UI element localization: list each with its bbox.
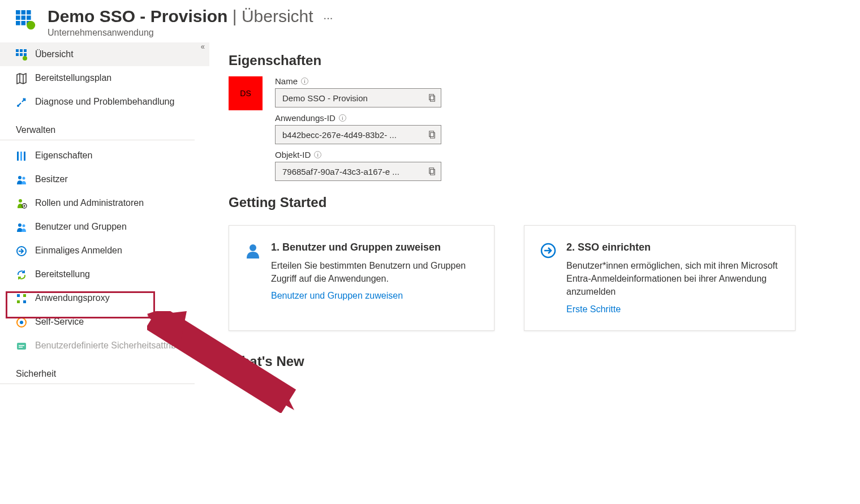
sidebar-item-diagnose[interactable]: Diagnose und Problembehandlung xyxy=(0,90,209,114)
svg-rect-44 xyxy=(429,131,434,137)
svg-rect-5 xyxy=(27,16,31,20)
svg-rect-45 xyxy=(431,170,435,175)
svg-rect-35 xyxy=(17,343,26,350)
svg-rect-13 xyxy=(16,53,19,56)
svg-rect-1 xyxy=(22,10,26,15)
page-header: Demo SSO - Provision | Übersicht Unterne… xyxy=(0,0,860,42)
sidebar-item-provisioning-plan[interactable]: Bereitstellungsplan xyxy=(0,66,209,90)
sidebar-item-label: Benutzerdefinierte Sicherheitsattribute xyxy=(35,339,188,352)
svg-rect-29 xyxy=(17,294,20,297)
svg-rect-2 xyxy=(27,10,31,15)
signin-icon xyxy=(16,245,27,257)
sidebar-item-label: Bereitstellung xyxy=(35,268,90,281)
page-title: Demo SSO - Provision | Übersicht xyxy=(48,7,313,25)
user-icon xyxy=(245,243,261,259)
svg-point-21 xyxy=(18,176,22,179)
sidebar-item-label: Rollen und Administratoren xyxy=(35,197,144,209)
svg-rect-20 xyxy=(24,152,25,161)
svg-rect-0 xyxy=(16,10,20,15)
sidebar-item-roles-admins[interactable]: Rollen und Administratoren xyxy=(0,191,209,215)
main-content: Eigenschaften DS Namei Demo SSO - Provis… xyxy=(209,42,860,387)
svg-point-17 xyxy=(17,105,19,107)
appid-value: b442becc-267e-4d49-83b2- ... xyxy=(282,130,397,140)
svg-point-16 xyxy=(23,56,27,61)
svg-rect-43 xyxy=(431,133,435,139)
svg-rect-30 xyxy=(23,294,26,297)
svg-rect-46 xyxy=(429,168,434,174)
card-setup-sso: 2. SSO einrichten Benutzer*innen ermögli… xyxy=(524,225,796,331)
card-description: Erteilen Sie bestimmten Benutzern und Gr… xyxy=(271,259,477,285)
svg-rect-14 xyxy=(20,53,23,56)
sidebar-item-label: Einmaliges Anmelden xyxy=(35,244,122,257)
proxy-icon xyxy=(16,293,27,304)
card-description: Benutzer*innen ermöglichen, sich mit ihr… xyxy=(566,259,778,299)
admin-icon xyxy=(16,198,27,209)
sidebar-item-users-groups[interactable]: Benutzer und Gruppen xyxy=(0,215,209,239)
sidebar-item-label: Übersicht xyxy=(35,48,74,61)
sidebar-item-label: Besitzer xyxy=(35,173,68,186)
grid-icon xyxy=(16,49,27,61)
signin-icon xyxy=(540,243,556,259)
sidebar-item-selfservice[interactable]: Self-Service xyxy=(0,310,209,334)
svg-point-26 xyxy=(18,223,22,227)
label-objid: Objekt-IDi xyxy=(275,150,441,160)
info-icon[interactable]: i xyxy=(339,114,346,122)
info-icon[interactable]: i xyxy=(301,77,308,85)
label-appid: Anwendungs-IDi xyxy=(275,113,441,123)
svg-rect-18 xyxy=(17,152,19,161)
page-title-section: Übersicht xyxy=(242,7,313,25)
svg-rect-3 xyxy=(16,16,20,20)
info-icon[interactable]: i xyxy=(314,151,321,158)
attrs-icon xyxy=(16,341,27,352)
sliders-icon xyxy=(16,150,27,162)
tools-icon xyxy=(16,97,27,108)
svg-rect-4 xyxy=(22,16,26,20)
users-icon xyxy=(16,174,27,186)
svg-rect-32 xyxy=(23,300,26,303)
svg-point-47 xyxy=(250,244,256,251)
sidebar-item-label: Benutzer und Gruppen xyxy=(35,221,127,233)
svg-rect-12 xyxy=(24,49,27,52)
copy-icon[interactable] xyxy=(428,94,436,102)
svg-rect-31 xyxy=(17,300,20,303)
sidebar-item-overview[interactable]: Übersicht xyxy=(0,42,209,66)
svg-rect-42 xyxy=(429,94,434,100)
card-title: 1. Benutzer und Gruppen zuweisen xyxy=(271,242,477,253)
sidebar-item-appproxy[interactable]: Anwendungsproxy xyxy=(0,286,209,310)
copy-icon[interactable] xyxy=(428,167,436,175)
label-name: Namei xyxy=(275,76,441,86)
sidebar-item-custom-attrs[interactable]: Benutzerdefinierte Sicherheitsattribute xyxy=(0,334,209,357)
svg-point-22 xyxy=(23,177,25,180)
name-value: Demo SSO - Provision xyxy=(282,93,368,103)
svg-rect-10 xyxy=(16,49,19,52)
page-title-main: Demo SSO - Provision xyxy=(48,7,227,25)
sidebar-item-label: Self-Service xyxy=(35,316,84,328)
getting-started-heading: Getting Started xyxy=(229,195,843,210)
more-actions-button[interactable]: ··· xyxy=(324,7,333,24)
enterprise-app-icon xyxy=(16,10,37,32)
svg-point-34 xyxy=(20,321,23,324)
sidebar-section-sicherheit: Sicherheit xyxy=(0,357,195,384)
svg-rect-7 xyxy=(22,21,26,25)
map-icon xyxy=(16,73,27,84)
svg-rect-15 xyxy=(24,53,27,56)
sidebar-item-provisioning[interactable]: Bereitstellung xyxy=(0,262,209,286)
sidebar-item-label: Bereitstellungsplan xyxy=(35,72,111,84)
sidebar-item-properties[interactable]: Eigenschaften xyxy=(0,144,209,167)
sidebar-item-label: Eigenschaften xyxy=(35,149,92,162)
card-title: 2. SSO einrichten xyxy=(566,242,778,253)
sidebar-item-label: Anwendungsproxy xyxy=(35,292,110,304)
properties-heading: Eigenschaften xyxy=(229,53,843,68)
app-tile-logo: DS xyxy=(229,76,263,110)
sidebar: « Übersicht Bereitstellungsplan Diagnose… xyxy=(0,42,209,387)
card-assign-users: 1. Benutzer und Gruppen zuweisen Erteile… xyxy=(229,225,494,331)
sidebar-item-owners[interactable]: Besitzer xyxy=(0,167,209,191)
collapse-sidebar-button[interactable]: « xyxy=(200,41,204,51)
copy-icon[interactable] xyxy=(428,131,436,139)
svg-point-9 xyxy=(27,21,35,29)
sidebar-item-label: Diagnose und Problembehandlung xyxy=(35,96,174,108)
card-link-sso[interactable]: Erste Schritte xyxy=(566,304,621,314)
sidebar-item-sso[interactable]: Einmaliges Anmelden xyxy=(0,239,209,262)
sync-icon xyxy=(16,269,27,281)
card-link-assign[interactable]: Benutzer und Gruppen zuweisen xyxy=(271,291,403,300)
